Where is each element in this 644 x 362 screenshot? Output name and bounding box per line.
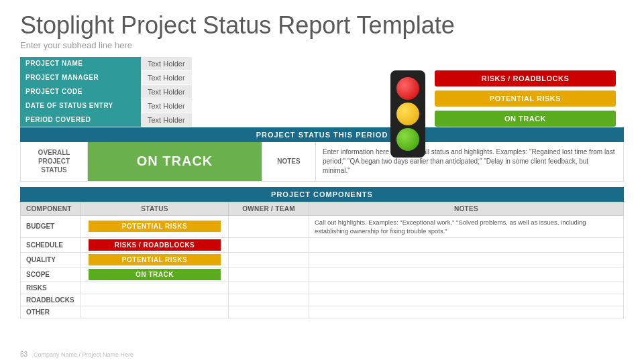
table-row: BUDGET POTENTIAL RISKS Call out highligh… [21, 215, 624, 238]
table-row: SCHEDULE RISKS / ROADBLOCKS [21, 238, 624, 253]
status-header: PROJECT STATUS THIS PERIOD [20, 127, 624, 142]
table-row: RISKS [21, 282, 624, 294]
info-label: PROJECT NAME [20, 57, 141, 71]
status-cell: POTENTIAL RISKS [81, 253, 229, 267]
owner-cell [229, 306, 309, 318]
notes-text: Enter information here about overall sta… [316, 142, 623, 181]
component-name: ROADBLOCKS [21, 294, 81, 306]
table-row: OTHER [21, 306, 624, 318]
status-pill: POTENTIAL RISKS [89, 221, 221, 232]
page-number: 63 [20, 351, 28, 358]
table-row: ROADBLOCKS [21, 294, 624, 306]
info-label: PROJECT CODE [20, 84, 141, 99]
page: Stoplight Project Status Report Template… [0, 0, 644, 362]
page-title: Stoplight Project Status Report Template [20, 12, 624, 39]
comp-col-header: STATUS [81, 202, 229, 215]
status-section: PROJECT STATUS THIS PERIOD OVERALLPROJEC… [20, 127, 624, 182]
comp-col-header: OWNER / TEAM [229, 202, 309, 215]
components-section: PROJECT COMPONENTS COMPONENTSTATUSOWNER … [20, 187, 624, 319]
stoplight-image [390, 70, 425, 158]
overall-label: OVERALLPROJECTSTATUS [21, 142, 88, 181]
light-green-bottom [396, 128, 419, 151]
status-cell [81, 306, 229, 318]
legend-risks: RISKS / ROADBLOCKS [435, 70, 616, 86]
footer-text: Company Name / Project Name Here [34, 351, 133, 358]
status-pill: ON TRACK [89, 269, 221, 280]
notes-cell [309, 253, 624, 267]
info-label: PROJECT MANAGER [20, 70, 141, 84]
legend-ontrack: ON TRACK [435, 111, 616, 127]
table-row: QUALITY POTENTIAL RISKS [21, 253, 624, 267]
subhead: Enter your subhead line here [20, 40, 624, 50]
owner-cell [229, 294, 309, 306]
status-cell: RISKS / ROADBLOCKS [81, 238, 229, 253]
info-row: PROJECT CODEText Holder [20, 84, 192, 99]
notes-cell [309, 238, 624, 253]
notes-cell [309, 267, 624, 282]
status-cell: ON TRACK [81, 267, 229, 282]
table-row: SCOPE ON TRACK [21, 267, 624, 282]
light-yellow [396, 103, 419, 125]
component-name: OTHER [21, 306, 81, 318]
comp-col-header: COMPONENT [21, 202, 81, 215]
owner-cell [229, 253, 309, 267]
component-name: QUALITY [21, 253, 81, 267]
info-value: Text Holder [141, 70, 192, 84]
component-name: SCHEDULE [21, 238, 81, 253]
info-value: Text Holder [141, 99, 192, 113]
component-name: SCOPE [21, 267, 81, 282]
status-body: OVERALLPROJECTSTATUS ON TRACK NOTES Ente… [20, 142, 624, 182]
notes-cell [309, 294, 624, 306]
status-cell [81, 294, 229, 306]
owner-cell [229, 215, 309, 238]
status-pill: POTENTIAL RISKS [89, 254, 221, 265]
notes-cell [309, 282, 624, 294]
info-value: Text Holder [141, 57, 192, 71]
legend-potential: POTENTIAL RISKS [435, 90, 616, 107]
legend-buttons: RISKS / ROADBLOCKS POTENTIAL RISKS ON TR… [435, 70, 616, 127]
owner-cell [229, 267, 309, 282]
component-name: BUDGET [21, 215, 81, 238]
light-red [396, 77, 419, 100]
notes-label: NOTES [262, 142, 316, 181]
info-label: PERIOD COVERED [20, 113, 141, 127]
components-header: PROJECT COMPONENTS [20, 187, 624, 202]
info-value: Text Holder [141, 84, 192, 99]
info-row: DATE OF STATUS ENTRYText Holder [20, 99, 192, 113]
status-cell [81, 282, 229, 294]
info-label: DATE OF STATUS ENTRY [20, 99, 141, 113]
status-cell: POTENTIAL RISKS [81, 215, 229, 238]
comp-col-header: NOTES [309, 202, 624, 215]
info-row: PERIOD COVEREDText Holder [20, 113, 192, 127]
notes-cell [309, 306, 624, 318]
notes-cell: Call out highlights. Examples: "Exceptio… [309, 215, 624, 238]
status-pill: RISKS / ROADBLOCKS [89, 239, 221, 251]
overall-status-value: ON TRACK [88, 142, 262, 181]
info-row: PROJECT MANAGERText Holder [20, 70, 192, 84]
owner-cell [229, 238, 309, 253]
components-table: COMPONENTSTATUSOWNER / TEAMNOTES BUDGET … [20, 202, 624, 319]
info-value: Text Holder [141, 113, 192, 127]
info-row: PROJECT NAMEText Holder [20, 57, 192, 71]
info-table: PROJECT NAMEText HolderPROJECT MANAGERTe… [20, 57, 192, 127]
owner-cell [229, 282, 309, 294]
component-name: RISKS [21, 282, 81, 294]
